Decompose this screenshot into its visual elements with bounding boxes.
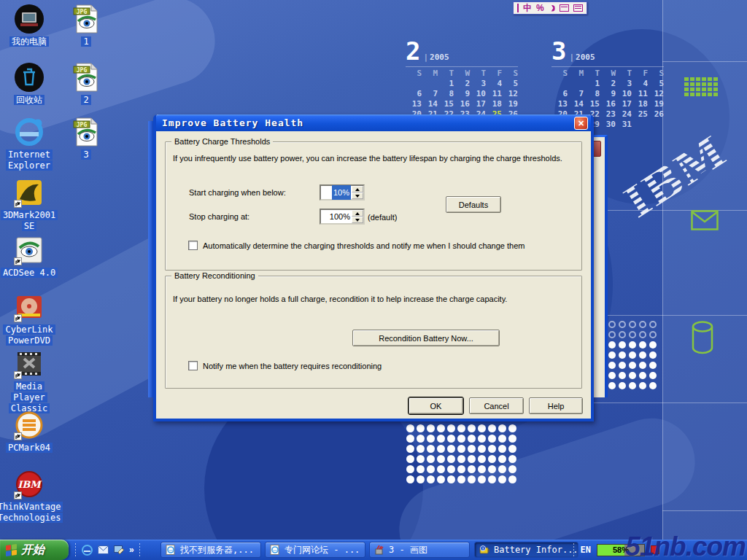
desktop-icon-powerdvd[interactable]: CyberLink PowerDVD: [0, 292, 60, 346]
battery-icon: !: [479, 545, 490, 555]
ime-halfwidth-icon[interactable]: [549, 5, 555, 12]
desktop-icon-recycle-bin[interactable]: 回收站: [0, 62, 60, 106]
desktop-icon-label: ACDSee 4.0: [1, 268, 58, 278]
dot: [417, 465, 425, 473]
dot: [427, 455, 435, 463]
calendar-day: 25: [632, 109, 648, 120]
desktop-icon-thinkvantage[interactable]: IBMThinkVantage Technologies: [0, 469, 60, 524]
close-icon[interactable]: ✕: [574, 117, 588, 130]
calendar-day: 17: [616, 99, 632, 109]
stop-charging-spinner[interactable]: 100%: [320, 209, 365, 225]
spin-down-icon[interactable]: [352, 217, 363, 223]
jpg-file-icon: JPG: [71, 62, 101, 93]
calendar-day: 24: [616, 109, 632, 120]
dialog-titlebar[interactable]: Improve Battery Health ✕: [156, 114, 591, 131]
ime-keyboard-icon[interactable]: [560, 4, 569, 12]
recycle-bin-icon: [14, 62, 44, 93]
start-button[interactable]: 开始: [0, 540, 69, 560]
defaults-button[interactable]: Defaults: [446, 196, 501, 213]
start-charging-spinner[interactable]: 10%: [320, 184, 365, 201]
desktop-icon-acdsee[interactable]: ACDSee 4.0: [0, 235, 60, 279]
internet-explorer-icon[interactable]: [81, 544, 93, 556]
dot: [629, 362, 636, 369]
taskbar-task-3[interactable]: 3 - 画图: [369, 542, 470, 558]
dot: [488, 465, 496, 473]
quick-launch-overflow-chevron[interactable]: »: [129, 545, 134, 555]
dot: [478, 435, 486, 443]
mail-icon[interactable]: [97, 544, 109, 556]
desktop-icon-3dmark[interactable]: 3DMark2001 SE: [0, 177, 60, 232]
desktop-icon-label: ThinkVantage Technologies: [0, 502, 63, 523]
calendar-day: 10: [470, 89, 486, 99]
ime-punctuation-icon[interactable]: %: [536, 3, 544, 13]
desktop-icon-my-computer[interactable]: 我的电脑: [0, 4, 60, 47]
calendar-day-header: S: [551, 69, 568, 79]
desktop-icon-jpg-file[interactable]: JPG1: [55, 4, 117, 47]
spin-up-icon[interactable]: [352, 186, 363, 192]
desktop-icon-internet-explorer[interactable]: Internet Explorer: [0, 117, 60, 171]
calendar-day-header: S: [648, 69, 664, 79]
ime-menu-icon[interactable]: [573, 4, 583, 12]
calendar-day: 11: [632, 89, 648, 99]
calendar-day: 14: [568, 99, 584, 109]
desktop-icon-label: CyberLink PowerDVD: [3, 324, 55, 346]
stop-charging-value[interactable]: 100%: [321, 210, 352, 223]
dot: [508, 455, 516, 463]
dot: [619, 321, 626, 328]
notify-reconditioning-checkbox[interactable]: Notify me when the battery requires reco…: [188, 361, 382, 370]
calendar-day: 18: [632, 99, 648, 109]
spin-down-icon[interactable]: [352, 192, 363, 199]
dialog-title: Improve Battery Health: [162, 117, 574, 128]
calendar-day-header: W: [454, 69, 470, 79]
calendar-day: 8: [438, 89, 454, 99]
powerdvd-icon: [14, 292, 44, 322]
dot: [488, 445, 496, 453]
dot: [447, 435, 455, 443]
dot: [417, 435, 425, 443]
dot: [629, 372, 636, 379]
ime-chinese-mode-icon[interactable]: 中: [523, 3, 532, 13]
taskbar-task-2[interactable]: 专门网论坛 - ...: [265, 542, 365, 558]
start-charging-value[interactable]: 10%: [332, 185, 351, 200]
calendar-day: [568, 79, 584, 89]
desktop-icon-label: 回收站: [14, 95, 44, 105]
default-note: (default): [368, 213, 397, 222]
desktop-icon-jpg-file[interactable]: JPG2: [55, 62, 117, 106]
dot: [437, 465, 445, 473]
desktop-icon-media-player-classic[interactable]: Media Player Classic: [0, 349, 60, 414]
dot: [608, 362, 616, 369]
dot: [457, 455, 465, 463]
recondition-battery-button[interactable]: Recondition Battery Now...: [352, 330, 500, 346]
task-label: 专门网论坛 - ...: [285, 544, 360, 556]
dot: [639, 362, 646, 369]
envelope-icon: [691, 210, 719, 230]
language-indicator[interactable]: EN: [581, 545, 591, 555]
ime-drag-handle-icon[interactable]: [517, 4, 519, 12]
auto-determine-checkbox[interactable]: Automatically determine the charging thr…: [188, 241, 525, 250]
taskbar-task-4[interactable]: !Battery Infor...: [474, 542, 578, 558]
checkbox-box[interactable]: [188, 241, 198, 250]
dot: [457, 445, 465, 453]
help-button[interactable]: Help: [529, 397, 583, 414]
desktop-icon-label: Internet Explorer: [6, 149, 53, 171]
calendar-day-header: F: [632, 69, 648, 79]
taskbar-task-1[interactable]: 找不到服务器,...: [160, 542, 261, 558]
auto-determine-label: Automatically determine the charging thr…: [203, 241, 525, 250]
dot: [629, 341, 636, 349]
task-label: 3 - 画图: [389, 544, 427, 556]
calendar-day: 16: [454, 99, 470, 109]
dot: [639, 351, 646, 359]
calendar-day: 16: [600, 99, 616, 109]
show-desktop-icon[interactable]: [113, 544, 125, 556]
dot: [649, 372, 657, 379]
ime-language-bar[interactable]: 中 %: [513, 1, 587, 15]
desktop-icon-pcmark[interactable]: PCMark04: [0, 410, 60, 454]
desktop-icon-jpg-file[interactable]: JPG3: [55, 117, 117, 160]
svg-text:IBM: IBM: [615, 130, 736, 225]
checkbox-box[interactable]: [188, 361, 198, 370]
ok-button[interactable]: OK: [409, 397, 463, 414]
cancel-button[interactable]: Cancel: [469, 397, 524, 414]
spin-up-icon[interactable]: [352, 210, 363, 217]
dot: [406, 475, 414, 483]
dot: [498, 475, 506, 483]
